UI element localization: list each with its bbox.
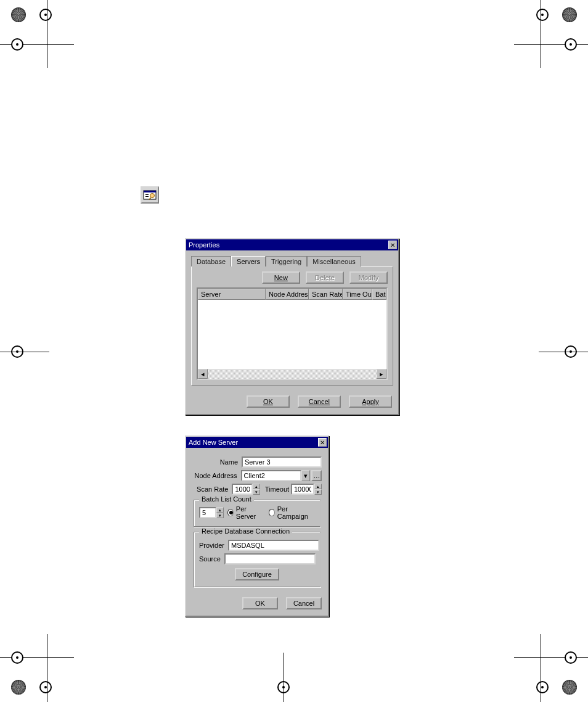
node-address-select[interactable] (241, 470, 301, 481)
timeout-input[interactable] (291, 484, 314, 495)
crop-line (0, 352, 49, 352)
crop-globe-icon (11, 680, 26, 695)
row-node-address: Node Address ▾ … (192, 470, 322, 481)
spin-down-icon[interactable]: ▾ (216, 513, 224, 518)
radio-per-server[interactable]: Per Server (227, 505, 261, 520)
crop-globe-icon (562, 680, 577, 695)
list-body[interactable] (198, 300, 386, 369)
crop-target-icon (11, 38, 23, 51)
crop-line (47, 634, 47, 702)
servers-list[interactable]: Server Node Address Scan Rate Time Out B… (197, 287, 388, 380)
row-scan-timeout: Scan Rate ▴▾ Timeout ▴▾ (192, 484, 322, 495)
batch-list-count-group: Batch List Count ▴▾ Per Server Per Campa… (194, 500, 321, 527)
recipe-legend: Recipe Database Connection (199, 527, 292, 535)
properties-icon-button[interactable] (141, 186, 159, 204)
crop-line (47, 0, 47, 68)
cancel-button[interactable]: Cancel (286, 597, 322, 609)
cancel-button[interactable]: Cancel (298, 395, 341, 408)
source-input[interactable] (224, 553, 316, 564)
crop-target-icon (39, 9, 52, 21)
timeout-spinner[interactable]: ▴▾ (314, 484, 322, 495)
crop-target-icon (39, 681, 52, 693)
svg-rect-1 (144, 191, 156, 192)
col-batch-list[interactable]: Batch List... (372, 289, 386, 300)
label-source: Source (199, 555, 221, 563)
tab-triggering[interactable]: Triggering (266, 256, 307, 266)
crop-line (539, 352, 588, 352)
modify-button: Modify (349, 271, 388, 284)
col-scan-rate[interactable]: Scan Rate (309, 289, 343, 300)
tab-servers[interactable]: Servers (231, 256, 266, 266)
crop-target-icon (565, 38, 577, 51)
crop-line (284, 653, 284, 702)
dialog-footer: OK Cancel Apply (186, 390, 398, 414)
row-name: Name (192, 456, 322, 468)
close-icon[interactable]: ✕ (388, 241, 397, 249)
new-button[interactable]: New (262, 271, 300, 284)
crop-line (514, 657, 588, 658)
spin-down-icon[interactable]: ▾ (314, 489, 322, 495)
col-timeout[interactable]: Time Out (343, 289, 372, 300)
crop-target-icon (536, 9, 549, 21)
crop-target-icon (11, 651, 23, 664)
ok-button[interactable]: OK (247, 395, 290, 408)
configure-button[interactable]: Configure (235, 568, 279, 580)
svg-point-4 (150, 194, 155, 198)
browse-button[interactable]: … (311, 470, 322, 481)
tab-pane-servers: New Delete Modify Server Node Address Sc… (191, 266, 393, 386)
crop-line (541, 0, 541, 68)
crop-line (514, 44, 588, 45)
server-toolbar: New Delete Modify (197, 271, 388, 287)
add-new-server-dialog: Add New Server ✕ Name Node Address ▾ … S… (185, 436, 329, 617)
spin-down-icon[interactable]: ▾ (253, 489, 260, 495)
radio-per-campaign[interactable]: Per Campaign (269, 505, 311, 520)
titlebar[interactable]: Add New Server ✕ (186, 437, 328, 448)
horizontal-scrollbar[interactable]: ◂ ▸ (198, 369, 386, 379)
properties-icon (143, 189, 157, 201)
spin-up-icon[interactable]: ▴ (216, 507, 224, 513)
scroll-left-icon[interactable]: ◂ (198, 369, 208, 379)
label-scan-rate: Scan Rate (192, 485, 228, 493)
titlebar[interactable]: Properties ✕ (186, 239, 398, 250)
crop-globe-icon (11, 7, 26, 22)
apply-button[interactable]: Apply (349, 395, 392, 408)
col-server[interactable]: Server (198, 289, 266, 300)
spin-up-icon[interactable]: ▴ (314, 484, 322, 489)
batch-list-legend: Batch List Count (199, 495, 254, 503)
col-node-address[interactable]: Node Address (266, 289, 309, 300)
tabs: Database Servers Triggering Miscellaneou… (191, 255, 393, 266)
scan-rate-spinner[interactable]: ▴▾ (253, 484, 260, 495)
label-name: Name (192, 458, 238, 466)
window-title: Properties (189, 241, 219, 249)
crop-globe-icon (562, 7, 577, 22)
label-provider: Provider (199, 542, 224, 549)
tab-miscellaneous[interactable]: Miscellaneous (307, 256, 361, 266)
dropdown-arrow-icon[interactable]: ▾ (301, 470, 311, 481)
provider-input[interactable] (228, 540, 319, 551)
svg-rect-2 (145, 194, 149, 195)
scroll-right-icon[interactable]: ▸ (377, 369, 386, 379)
batch-count-input[interactable] (199, 507, 216, 518)
label-timeout: Timeout (265, 485, 289, 493)
window-title: Add New Server (189, 439, 238, 446)
tab-database[interactable]: Database (191, 256, 231, 266)
dialog-footer: OK Cancel (186, 592, 328, 616)
crop-line (541, 634, 541, 702)
spin-up-icon[interactable]: ▴ (253, 484, 260, 489)
crop-target-icon (565, 651, 577, 664)
batch-count-spinner[interactable]: ▴▾ (216, 507, 224, 518)
properties-window: Properties ✕ Database Servers Triggering… (185, 238, 399, 415)
dialog-body: Name Node Address ▾ … Scan Rate ▴▾ Timeo… (186, 448, 328, 587)
label-node: Node Address (192, 472, 237, 479)
scan-rate-input[interactable] (232, 484, 253, 495)
svg-rect-3 (145, 196, 149, 197)
delete-button: Delete (306, 271, 344, 284)
ok-button[interactable]: OK (242, 597, 278, 609)
close-icon[interactable]: ✕ (318, 438, 327, 447)
list-headers: Server Node Address Scan Rate Time Out B… (198, 289, 386, 300)
name-input[interactable] (242, 456, 322, 468)
scroll-track[interactable] (208, 369, 377, 379)
crop-target-icon (536, 681, 549, 693)
recipe-db-connection-group: Recipe Database Connection Provider Sour… (194, 532, 321, 587)
